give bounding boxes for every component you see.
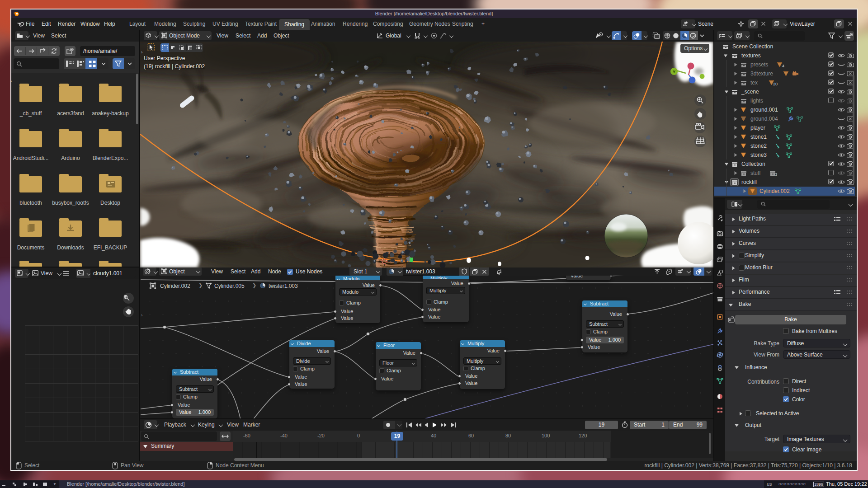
svg-text:Y: Y bbox=[673, 70, 675, 74]
